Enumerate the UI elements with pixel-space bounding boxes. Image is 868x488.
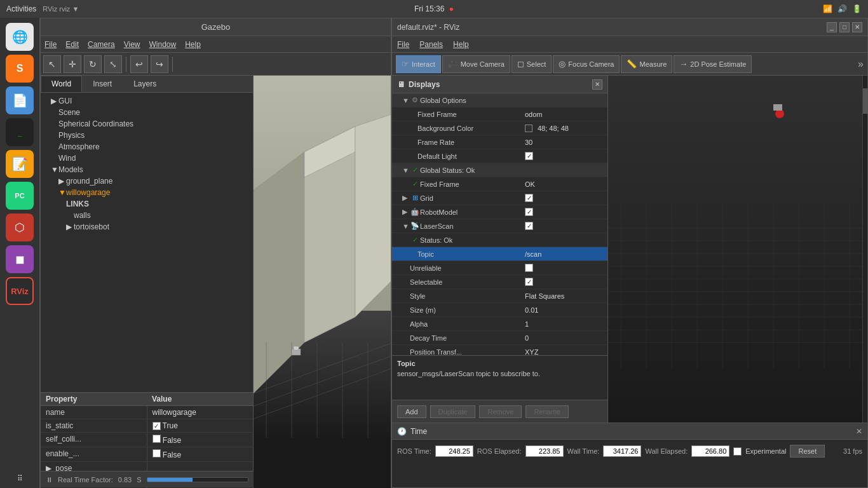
app-terminal[interactable]: _ xyxy=(6,118,34,146)
cb-enable[interactable] xyxy=(153,449,161,458)
select-label: Select xyxy=(527,60,546,68)
tree-atmosphere[interactable]: Atmosphere xyxy=(41,141,253,152)
app-rviz-icon2[interactable]: RViz xyxy=(6,277,34,305)
rviz-menu-help[interactable]: Help xyxy=(453,40,469,49)
displays-close-btn[interactable]: ✕ xyxy=(592,79,602,90)
tab-insert[interactable]: Insert xyxy=(82,76,123,92)
laserscan-label: LaserScan xyxy=(420,222,522,230)
activities-label[interactable]: Activities xyxy=(6,4,36,13)
tab-world[interactable]: World xyxy=(41,76,82,92)
gazebo-menu-edit[interactable]: Edit xyxy=(65,40,79,49)
displays-row-frame-rate[interactable]: Frame Rate 30 xyxy=(392,135,607,149)
cb-default-light[interactable]: ✓ xyxy=(525,152,533,160)
gazebo-menu-window[interactable]: Window xyxy=(149,40,177,49)
cb-laserscan[interactable]: ✓ xyxy=(525,222,533,230)
rviz-close-btn[interactable]: ✕ xyxy=(852,22,862,32)
tree-willowgarage[interactable]: ▼willowgarage xyxy=(41,187,253,198)
cb-robotmodel[interactable]: ✓ xyxy=(525,208,533,216)
select-btn[interactable]: ◻ Select xyxy=(512,55,552,73)
time-close-btn[interactable]: ✕ xyxy=(856,427,862,436)
prop-header: Property Value xyxy=(41,393,253,406)
prop-row-self-colli[interactable]: self_colli... False xyxy=(41,433,253,447)
tree-scene[interactable]: Scene xyxy=(41,107,253,118)
gazebo-viewport[interactable] xyxy=(254,76,391,488)
app-layers-icon[interactable]: ◼ xyxy=(6,245,34,273)
gazebo-menu-file[interactable]: File xyxy=(44,40,57,49)
displays-row-alpha[interactable]: Alpha 1 xyxy=(392,317,607,331)
tree-physics[interactable]: Physics xyxy=(41,130,253,141)
tree-gui[interactable]: ▶GUI xyxy=(41,95,253,107)
interact-btn[interactable]: ☞ Interact xyxy=(396,55,441,73)
cb-self-colli[interactable] xyxy=(153,435,161,443)
gazebo-menu-camera[interactable]: Camera xyxy=(88,40,115,49)
tab-layers[interactable]: Layers xyxy=(123,76,167,92)
displays-row-robotmodel[interactable]: ▶ 🤖 RobotModel ✓ xyxy=(392,205,607,219)
pose-estimate-btn[interactable]: → 2D Pose Estimate xyxy=(674,55,752,73)
displays-row-style[interactable]: Style Flat Squares xyxy=(392,289,607,303)
select-tool-btn[interactable]: ↖ xyxy=(43,55,61,73)
app-chrome[interactable]: 🌐 xyxy=(6,23,34,51)
displays-row-grid[interactable]: ▶ ⊞ Grid ✓ xyxy=(392,191,607,205)
app-rviz-icon1[interactable]: ⬡ xyxy=(6,214,34,241)
displays-row-bg-color[interactable]: Background Color 48; 48; 48 xyxy=(392,121,607,135)
prop-row-is-static[interactable]: is_static ✓ True xyxy=(41,419,253,433)
displays-row-global-status[interactable]: ▼ ✓ Global Status: Ok xyxy=(392,163,607,177)
displays-row-default-light[interactable]: Default Light ✓ xyxy=(392,149,607,163)
rviz-3d-viewport[interactable] xyxy=(608,76,867,423)
cb-grid[interactable]: ✓ xyxy=(525,194,533,202)
tree-walls[interactable]: walls xyxy=(41,210,253,221)
tree-tortoisebot[interactable]: ▶tortoisebot xyxy=(41,221,253,233)
displays-row-size[interactable]: Size (m) 0.01 xyxy=(392,303,607,317)
displays-row-unreliable[interactable]: Unreliable xyxy=(392,261,607,275)
app-pycharm[interactable]: PC xyxy=(6,182,34,210)
measure-btn[interactable]: 📏 Measure xyxy=(621,55,672,73)
rotate-tool-btn[interactable]: ↻ xyxy=(84,55,102,73)
gazebo-menu-view[interactable]: View xyxy=(124,40,140,49)
redo-btn[interactable]: ↪ xyxy=(151,55,168,73)
displays-row-position-transf[interactable]: Position Transf... XYZ xyxy=(392,345,607,355)
rename-display-btn[interactable]: Rename xyxy=(526,405,569,418)
rviz-scrollbar-right[interactable] xyxy=(862,76,867,423)
rviz-menu-panels[interactable]: Panels xyxy=(419,40,443,49)
remove-display-btn[interactable]: Remove xyxy=(479,405,522,418)
rviz-maximize-btn[interactable]: □ xyxy=(839,22,850,32)
displays-row-ff-status[interactable]: ✓ Fixed Frame OK xyxy=(392,177,607,191)
app-files[interactable]: 📄 xyxy=(6,86,34,114)
move-camera-btn[interactable]: 🎥 Move Camera xyxy=(442,55,510,73)
displays-row-topic[interactable]: Topic /scan xyxy=(392,247,607,261)
add-display-btn[interactable]: Add xyxy=(397,405,426,418)
cb-selectable[interactable]: ✓ xyxy=(525,278,533,286)
tree-spherical[interactable]: Spherical Coordinates xyxy=(41,118,253,130)
displays-row-laserscan[interactable]: ▼ 📡 LaserScan ✓ xyxy=(392,219,607,233)
rviz-minimize-btn[interactable]: _ xyxy=(827,22,837,32)
rviz-scrollbar-thumb[interactable] xyxy=(863,88,867,114)
app-grid[interactable]: ⠿ xyxy=(17,474,23,483)
app-notes[interactable]: 📝 xyxy=(6,150,34,178)
undo-btn[interactable]: ↩ xyxy=(130,55,148,73)
measure-label: Measure xyxy=(639,60,667,68)
displays-row-scan-status[interactable]: ✓ Status: Ok xyxy=(392,233,607,247)
gazebo-menu-help[interactable]: Help xyxy=(185,40,201,49)
cb-unreliable[interactable] xyxy=(525,264,533,272)
focus-camera-btn[interactable]: ◎ Focus Camera xyxy=(553,55,620,73)
toolbar-more-btn[interactable]: » xyxy=(858,58,864,70)
pause-btn[interactable]: ⏸ xyxy=(46,476,53,484)
app-sublime[interactable]: S xyxy=(6,55,34,83)
duplicate-display-btn[interactable]: Duplicate xyxy=(430,405,476,418)
cb-experimental[interactable] xyxy=(733,447,742,456)
translate-tool-btn[interactable]: ✛ xyxy=(64,55,81,73)
time-reset-btn[interactable]: Reset xyxy=(790,445,825,458)
tree-wind[interactable]: Wind xyxy=(41,152,253,164)
prop-row-name[interactable]: name willowgarage xyxy=(41,406,253,419)
cb-is-static[interactable]: ✓ xyxy=(153,422,161,430)
rviz-menu-file[interactable]: File xyxy=(397,40,409,49)
tree-ground-plane[interactable]: ▶ground_plane xyxy=(41,175,253,187)
scale-tool-btn[interactable]: ⤡ xyxy=(104,55,122,73)
displays-row-fixed-frame[interactable]: Fixed Frame odom xyxy=(392,107,607,121)
displays-row-selectable[interactable]: Selectable ✓ xyxy=(392,275,607,289)
tree-models[interactable]: ▼Models xyxy=(41,164,253,175)
displays-row-global-options[interactable]: ▼ ⚙ Global Options xyxy=(392,93,607,107)
displays-row-decay-time[interactable]: Decay Time 0 xyxy=(392,331,607,345)
prop-row-enable[interactable]: enable_... False xyxy=(41,447,253,462)
tree-links[interactable]: LINKS xyxy=(41,198,253,210)
